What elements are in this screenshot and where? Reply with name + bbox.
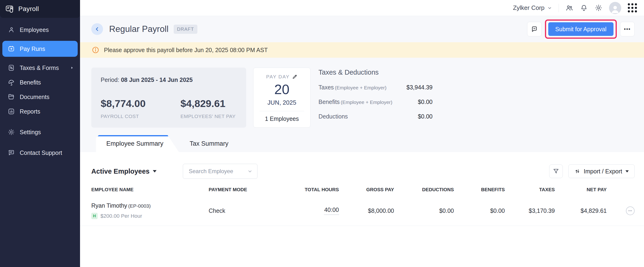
bell-icon[interactable] xyxy=(580,4,588,12)
sidebar-item-settings[interactable]: Settings xyxy=(0,125,80,139)
total-hours-editable[interactable]: 40:00 xyxy=(324,206,339,215)
pay-runs-icon xyxy=(8,45,15,52)
search-employee-select[interactable]: Search Employee xyxy=(183,164,258,179)
org-selector[interactable]: Zylker Corp xyxy=(513,4,552,12)
employee-summary-panel: Active Employees Search Employee Import … xyxy=(80,152,644,267)
payroll-cost-label: PAYROLL COST xyxy=(101,114,180,119)
benefits-cell: $0.00 xyxy=(454,208,505,214)
pay-day-label: PAY DAY xyxy=(266,74,290,80)
comment-button[interactable] xyxy=(527,22,542,36)
sidebar-item-label: Taxes & Forms xyxy=(20,64,59,71)
tax-percent-icon xyxy=(8,64,15,72)
pay-day-date: 20 xyxy=(254,82,310,97)
tax-row-deductions: Deductions $0.00 xyxy=(318,113,432,120)
sidebar-item-label: Settings xyxy=(20,129,41,136)
sidebar-item-pay-runs[interactable]: Pay Runs xyxy=(2,41,78,57)
tax-row-value: $3,944.39 xyxy=(406,84,432,91)
back-button[interactable] xyxy=(91,23,103,35)
payroll-logo-icon xyxy=(5,4,14,14)
tax-row-sublabel: (Employee + Employer) xyxy=(335,85,386,90)
folder-icon xyxy=(8,93,15,101)
tax-row-sublabel: (Employee + Employer) xyxy=(341,100,392,105)
taxes-deductions-title: Taxes & Deductions xyxy=(318,68,432,76)
umbrella-icon xyxy=(8,78,15,86)
sidebar-item-label: Reports xyxy=(20,108,40,115)
main-content: Zylker Corp Regular Payroll DRAFT Submit… xyxy=(80,0,644,267)
org-name: Zylker Corp xyxy=(513,4,544,12)
chevron-down-icon xyxy=(547,6,552,10)
sidebar-nav: Employees Pay Runs Taxes & Forms Benefit… xyxy=(0,18,80,160)
period-card: Period: 08 Jun 2025 - 14 Jun 2025 $8,774… xyxy=(91,68,246,128)
table-row: Ryan Timothy (EP-0003) H $200.00 Per Hou… xyxy=(80,196,644,226)
sidebar-item-employees[interactable]: Employees xyxy=(0,22,80,37)
period-value: 08 Jun 2025 - 14 Jun 2025 xyxy=(121,76,193,83)
sidebar-item-taxes-forms[interactable]: Taxes & Forms xyxy=(0,60,80,75)
topbar-divider xyxy=(558,4,559,12)
pay-day-card: PAY DAY 20 JUN, 2025 1 Employees xyxy=(253,68,310,128)
topbar: Zylker Corp xyxy=(80,0,644,16)
employee-id: (EP-0003) xyxy=(128,203,151,208)
sidebar-item-label: Benefits xyxy=(20,79,41,86)
net-pay-label: EMPLOYEES' NET PAY xyxy=(180,114,236,119)
col-benefits: BENEFITS xyxy=(454,187,505,192)
tab-tax-summary[interactable]: Tax Summary xyxy=(179,135,239,152)
col-payment-mode: PAYMENT MODE xyxy=(209,187,277,192)
app-title: Payroll xyxy=(18,5,39,13)
taxes-cell: $3,170.39 xyxy=(505,208,555,214)
sidebar-item-label: Contact Support xyxy=(20,150,62,156)
sidebar-item-label: Pay Runs xyxy=(20,46,45,52)
edit-pencil-icon[interactable] xyxy=(292,74,298,80)
tax-row-label: Benefits xyxy=(318,98,340,105)
tax-row-label: Taxes xyxy=(318,84,334,90)
sidebar: Payroll Employees Pay Runs Taxes & Forms… xyxy=(0,0,80,267)
summary-section: Period: 08 Jun 2025 - 14 Jun 2025 $8,774… xyxy=(80,58,644,128)
col-employee-name: EMPLOYEE NAME xyxy=(91,187,209,192)
chat-bubble-icon xyxy=(8,149,15,156)
col-net-pay: NET PAY xyxy=(555,187,607,192)
avatar[interactable] xyxy=(609,2,621,14)
employee-count: 1 Employees xyxy=(254,116,310,122)
sidebar-item-reports[interactable]: Reports xyxy=(0,104,80,119)
tax-row-benefits: Benefits (Employee + Employer) $0.00 xyxy=(318,98,432,105)
employee-name-link[interactable]: Ryan Timothy xyxy=(91,202,127,209)
table-toolbar: Active Employees Search Employee Import … xyxy=(80,152,644,187)
sidebar-item-benefits[interactable]: Benefits xyxy=(0,75,80,90)
funnel-icon xyxy=(553,168,559,174)
tax-row-value: $0.00 xyxy=(418,113,432,120)
page-title: Regular Payroll xyxy=(109,24,168,34)
col-taxes: TAXES xyxy=(505,187,555,192)
tax-row-taxes: Taxes (Employee + Employer) $3,944.39 xyxy=(318,84,432,91)
annotation-highlight-box: Submit for Approval xyxy=(545,20,617,39)
users-icon[interactable] xyxy=(566,4,573,12)
filter-button[interactable] xyxy=(549,164,563,178)
active-employees-dropdown[interactable]: Active Employees xyxy=(91,168,156,175)
active-employees-label: Active Employees xyxy=(91,168,150,175)
person-icon xyxy=(8,26,15,34)
period-label: Period: xyxy=(101,76,119,83)
submit-for-approval-button[interactable]: Submit for Approval xyxy=(548,22,614,36)
sidebar-item-contact-support[interactable]: Contact Support xyxy=(0,146,80,160)
col-gross-pay: GROSS PAY xyxy=(339,187,394,192)
payment-mode-cell: Check xyxy=(209,208,277,214)
pay-rate: $200.00 Per Hour xyxy=(100,213,142,219)
taxes-deductions-block: Taxes & Deductions Taxes (Employee + Emp… xyxy=(318,68,432,128)
row-actions-button[interactable]: ••• xyxy=(626,206,634,215)
app-logo-header: Payroll xyxy=(0,0,80,18)
more-options-button[interactable]: ••• xyxy=(620,22,634,36)
tax-row-value: $0.00 xyxy=(418,98,432,105)
tax-row-label: Deductions xyxy=(318,113,348,120)
gear-icon[interactable] xyxy=(594,4,602,12)
col-deductions: DEDUCTIONS xyxy=(394,187,454,192)
tab-employee-summary[interactable]: Employee Summary xyxy=(96,135,179,152)
col-total-hours: TOTAL HOURS xyxy=(277,187,339,192)
page-header: Regular Payroll DRAFT Submit for Approva… xyxy=(80,16,644,42)
gross-pay-cell: $8,000.00 xyxy=(339,208,394,214)
app-grid-icon[interactable] xyxy=(628,3,637,12)
summary-tabs: Employee Summary Tax Summary xyxy=(80,135,644,152)
comment-icon xyxy=(531,26,538,32)
info-icon xyxy=(92,46,99,54)
bar-chart-icon xyxy=(8,108,15,115)
import-export-button[interactable]: Import / Export xyxy=(568,164,634,178)
net-pay-cell: $4,829.61 xyxy=(555,208,607,214)
sidebar-item-documents[interactable]: Documents xyxy=(0,90,80,104)
